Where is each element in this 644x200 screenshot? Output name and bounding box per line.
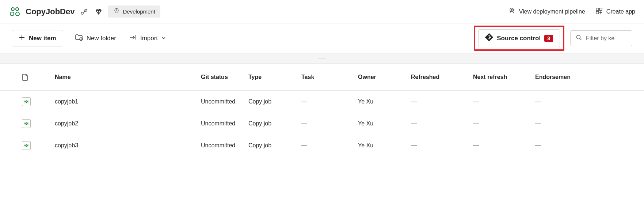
column-type[interactable]: Type	[248, 74, 301, 80]
items-table: Name Git status Type Task Owner Refreshe…	[0, 64, 644, 156]
column-icon[interactable]	[22, 73, 55, 81]
create-app-button[interactable]: Create app	[595, 7, 635, 16]
filter-box[interactable]	[570, 30, 632, 46]
create-app-label: Create app	[606, 8, 635, 15]
column-next-refresh[interactable]: Next refresh	[473, 74, 535, 80]
view-pipeline-button[interactable]: View deployment pipeline	[508, 7, 585, 16]
svg-point-2	[10, 12, 14, 16]
cell-type: Copy job	[248, 98, 301, 105]
cell-next-refresh: —	[473, 142, 535, 149]
new-folder-button[interactable]: New folder	[73, 30, 118, 47]
svg-point-0	[11, 8, 14, 11]
cell-next-refresh: —	[473, 98, 535, 105]
workspace-title: CopyJobDev	[26, 7, 75, 16]
toolbar: New item New folder Import	[0, 23, 644, 53]
svg-point-1	[16, 8, 19, 11]
svg-point-3	[16, 12, 19, 16]
item-name[interactable]: copyjob3	[55, 142, 201, 149]
search-icon	[576, 34, 582, 42]
new-item-label: New item	[29, 35, 56, 42]
workspace-header: CopyJobDev Development	[0, 0, 644, 23]
item-type-icon	[22, 119, 55, 128]
table-row[interactable]: copyjob3UncommittedCopy job—Ye Xu———	[0, 135, 644, 156]
cell-type: Copy job	[248, 120, 301, 127]
column-git-status[interactable]: Git status	[201, 74, 248, 80]
view-pipeline-label: View deployment pipeline	[519, 8, 585, 15]
apps-icon	[595, 7, 603, 16]
plus-icon	[19, 34, 25, 42]
cell-git-status: Uncommitted	[201, 120, 248, 127]
source-control-highlight: Source control 3	[474, 26, 564, 51]
new-item-button[interactable]: New item	[12, 30, 63, 46]
cell-endorsement: —	[535, 98, 601, 105]
column-refreshed[interactable]: Refreshed	[411, 74, 473, 80]
cell-next-refresh: —	[473, 120, 535, 127]
grip-icon: ══	[318, 55, 326, 62]
cell-refreshed: —	[411, 120, 473, 127]
item-name[interactable]: copyjob2	[55, 120, 201, 127]
svg-rect-8	[596, 8, 599, 11]
cell-refreshed: —	[411, 142, 473, 149]
import-icon	[129, 34, 137, 43]
chevron-down-icon	[161, 35, 166, 42]
cell-refreshed: —	[411, 98, 473, 105]
cell-task: —	[301, 120, 358, 127]
cell-endorsement: —	[535, 142, 601, 149]
cell-endorsement: —	[535, 120, 601, 127]
column-endorsement[interactable]: Endorsemen	[535, 74, 601, 80]
cell-owner: Ye Xu	[358, 142, 411, 149]
svg-point-6	[116, 10, 117, 11]
column-name[interactable]: Name	[55, 74, 201, 80]
import-button[interactable]: Import	[128, 30, 167, 46]
import-label: Import	[140, 35, 158, 42]
svg-rect-9	[599, 8, 602, 11]
cell-task: —	[301, 98, 358, 105]
source-control-badge: 3	[544, 35, 553, 42]
stage-pill[interactable]: Development	[108, 5, 160, 18]
folder-plus-icon	[75, 33, 83, 43]
source-control-label: Source control	[497, 35, 541, 42]
cell-owner: Ye Xu	[358, 120, 411, 127]
cell-git-status: Uncommitted	[201, 98, 248, 105]
flow-icon[interactable]	[79, 7, 89, 17]
new-folder-label: New folder	[87, 35, 116, 42]
resize-grip[interactable]: ══	[0, 53, 644, 64]
svg-rect-10	[596, 11, 599, 14]
column-task[interactable]: Task	[301, 74, 358, 80]
cell-type: Copy job	[248, 142, 301, 149]
item-type-icon	[22, 97, 55, 106]
item-name[interactable]: copyjob1	[55, 98, 201, 105]
cell-owner: Ye Xu	[358, 98, 411, 105]
svg-point-16	[577, 35, 580, 39]
git-icon	[485, 33, 493, 43]
svg-point-4	[81, 12, 83, 14]
table-row[interactable]: copyjob2UncommittedCopy job—Ye Xu———	[0, 113, 644, 135]
svg-point-7	[511, 9, 512, 10]
stage-label: Development	[123, 8, 155, 15]
column-owner[interactable]: Owner	[358, 74, 411, 80]
workspace-icon	[9, 5, 21, 18]
cell-git-status: Uncommitted	[201, 142, 248, 149]
rocket-icon	[113, 8, 120, 15]
rocket-icon	[508, 7, 515, 16]
table-header-row: Name Git status Type Task Owner Refreshe…	[0, 64, 644, 91]
cell-task: —	[301, 142, 358, 149]
filter-input[interactable]	[586, 35, 632, 42]
item-type-icon	[22, 141, 55, 150]
diamond-icon[interactable]	[94, 7, 104, 17]
source-control-button[interactable]: Source control 3	[478, 29, 560, 47]
table-row[interactable]: copyjob1UncommittedCopy job—Ye Xu———	[0, 91, 644, 113]
